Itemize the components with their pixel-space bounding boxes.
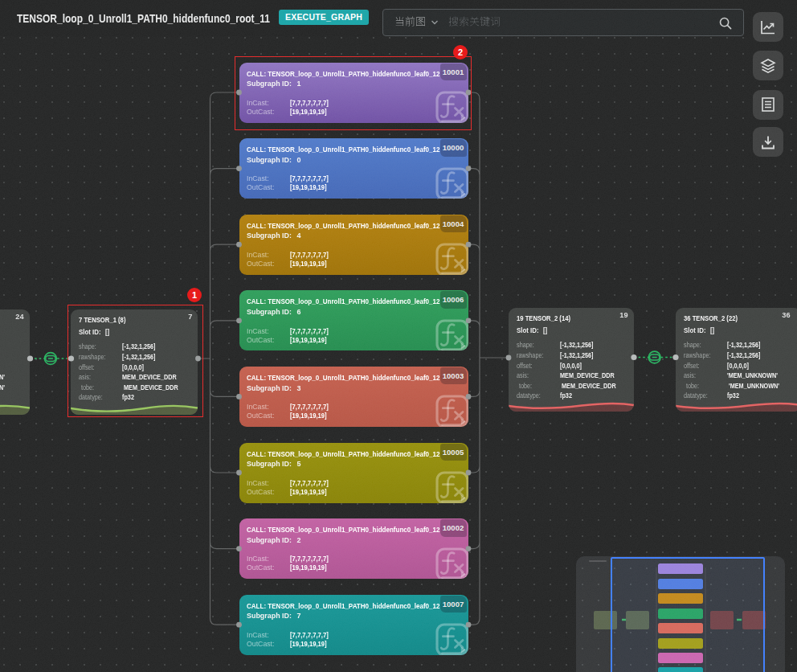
layers-icon bbox=[759, 57, 777, 75]
selection-badge-1: 1 bbox=[187, 288, 202, 302]
search-bar[interactable] bbox=[382, 9, 744, 36]
outcast-label: OutCast: bbox=[247, 640, 274, 648]
attr-value-rawshape: [-1,32,1,256] bbox=[727, 352, 761, 359]
tensor-node-24[interactable]: 24 asis: 'MEM_UNKNOWN' tobe: 'MEM_UNKNOW… bbox=[0, 309, 30, 415]
call-node-title: CALL: TENSOR_loop_0_Unroll1_PATH0_hidden… bbox=[247, 145, 440, 154]
function-icon bbox=[435, 622, 468, 655]
selection-badge-2: 2 bbox=[453, 45, 468, 59]
call-node[interactable]: CALL: TENSOR_loop_0_Unroll1_PATH0_hidden… bbox=[239, 290, 469, 350]
memory-wave-green bbox=[0, 402, 30, 415]
function-icon bbox=[435, 547, 468, 580]
call-node[interactable]: CALL: TENSOR_loop_0_Unroll1_PATH0_hidden… bbox=[239, 443, 469, 503]
call-node[interactable]: CALL: TENSOR_loop_0_Unroll1_PATH0_hidden… bbox=[239, 215, 469, 275]
slot-id-row: Slot ID:[] bbox=[517, 326, 547, 334]
attr-label-rawshape: rawshape: bbox=[517, 352, 543, 359]
outcast-label: OutCast: bbox=[247, 260, 274, 268]
node-corner-number: 24 bbox=[16, 312, 24, 321]
subgraph-id-row: Subgraph ID:3 bbox=[247, 384, 300, 392]
call-node-title: CALL: TENSOR_loop_0_Unroll1_PATH0_hidden… bbox=[247, 222, 440, 230]
graph-visualizer-app: 24 asis: 'MEM_UNKNOWN' tobe: 'MEM_UNKNOW… bbox=[0, 0, 797, 672]
attr-label-tobe: tobe: bbox=[686, 383, 699, 390]
incast-label: InCast: bbox=[247, 555, 269, 563]
download-button[interactable] bbox=[753, 127, 783, 157]
incast-label: InCast: bbox=[247, 403, 269, 411]
trend-chart-button[interactable] bbox=[753, 12, 783, 42]
call-node[interactable]: CALL: TENSOR_loop_0_Unroll1_PATH0_hidden… bbox=[239, 518, 469, 579]
attr-value-asis: 'MEM_UNKNOWN' bbox=[727, 372, 778, 379]
attr-label-shape: shape: bbox=[684, 342, 701, 349]
attr-value-tobe: 'MEM_UNKNOWN' bbox=[0, 384, 5, 391]
attr-value-asis: MEM_DEVICE_DDR bbox=[560, 372, 615, 379]
attr-value-shape: [-1,32,1,256] bbox=[727, 342, 761, 349]
search-icon[interactable] bbox=[717, 15, 734, 31]
attr-label-rawshape: rawshape: bbox=[684, 352, 710, 359]
tensor-node-19[interactable]: 19 19 TENSOR_2 (14) Slot ID:[] shape: [-… bbox=[509, 308, 634, 412]
attr-value-offset: [0,0,0,0] bbox=[727, 363, 749, 370]
node-id-badge: 10006 bbox=[440, 291, 467, 309]
call-node-title: CALL: TENSOR_loop_0_Unroll1_PATH0_hidden… bbox=[247, 297, 440, 305]
attr-label-asis: asis: bbox=[684, 372, 696, 379]
outcast-value: [19,19,19,19] bbox=[290, 488, 327, 496]
outcast-value: [19,19,19,19] bbox=[290, 183, 327, 191]
call-node-title: CALL: TENSOR_loop_0_Unroll1_PATH0_hidden… bbox=[247, 602, 440, 610]
download-icon bbox=[759, 133, 777, 151]
attr-label-asis: asis: bbox=[517, 372, 529, 379]
subgraph-id-row: Subgraph ID:6 bbox=[247, 308, 300, 316]
attr-value-rawshape: [-1,32,1,256] bbox=[560, 352, 594, 359]
execute-graph-badge: EXECUTE_GRAPH bbox=[279, 10, 369, 25]
incast-label: InCast: bbox=[247, 631, 269, 639]
graph-title: TENSOR_loop_0_Unroll1_PATH0_hiddenfunc0_… bbox=[17, 11, 270, 25]
subgraph-id-row: Subgraph ID:7 bbox=[247, 612, 300, 620]
subgraph-id-row: Subgraph ID:5 bbox=[247, 460, 300, 468]
report-document-icon bbox=[759, 96, 777, 113]
function-icon bbox=[435, 318, 468, 351]
chevron-down-icon bbox=[431, 19, 439, 26]
search-input[interactable] bbox=[448, 16, 501, 32]
tensor-node-36[interactable]: 36 36 TENSOR_2 (22) Slot ID:[] shape: [-… bbox=[676, 308, 797, 412]
node-id-badge: 10007 bbox=[440, 596, 467, 613]
incast-label: InCast: bbox=[247, 479, 269, 487]
function-icon bbox=[435, 166, 468, 199]
subgraph-id-row: Subgraph ID:0 bbox=[247, 156, 300, 164]
attr-value-asis: 'MEM_UNKNOWN' bbox=[0, 374, 5, 381]
outcast-value: [19,19,19,19] bbox=[290, 412, 327, 420]
attr-label-tobe: tobe: bbox=[519, 383, 532, 390]
call-node-title: CALL: TENSOR_loop_0_Unroll1_PATH0_hidden… bbox=[247, 374, 440, 382]
incast-value: [7,7,7,7,7,7,7] bbox=[290, 479, 329, 487]
outcast-label: OutCast: bbox=[247, 563, 274, 572]
memory-wave-red bbox=[509, 399, 634, 412]
incast-value: [7,7,7,7,7,7,7] bbox=[290, 251, 329, 259]
memory-wave-red bbox=[676, 399, 797, 412]
function-icon bbox=[435, 242, 468, 275]
subgraph-id-row: Subgraph ID:2 bbox=[247, 536, 300, 544]
outcast-label: OutCast: bbox=[247, 183, 274, 191]
incast-value: [7,7,7,7,7,7,7] bbox=[290, 631, 329, 639]
selection-box-tensor bbox=[67, 305, 203, 417]
search-scope-dropdown[interactable] bbox=[394, 16, 439, 29]
call-node[interactable]: CALL: TENSOR_loop_0_Unroll1_PATH0_hidden… bbox=[239, 367, 469, 427]
call-node[interactable]: CALL: TENSOR_loop_0_Unroll1_PATH0_hidden… bbox=[239, 138, 469, 199]
node-id-badge: 10000 bbox=[440, 139, 467, 157]
outcast-value: [19,19,19,19] bbox=[290, 563, 327, 572]
incast-value: [7,7,7,7,7,7,7] bbox=[290, 174, 329, 182]
call-node[interactable]: CALL: TENSOR_loop_0_Unroll1_PATH0_hidden… bbox=[239, 595, 469, 655]
tensor-node-title: 19 TENSOR_2 (14) bbox=[517, 314, 570, 322]
subgraph-id-row: Subgraph ID:4 bbox=[247, 232, 300, 240]
outcast-value: [19,19,19,19] bbox=[290, 260, 327, 268]
minimap[interactable] bbox=[576, 556, 785, 672]
incast-label: InCast: bbox=[247, 251, 269, 259]
node-id-badge: 10005 bbox=[440, 444, 467, 461]
minimap-viewport[interactable] bbox=[611, 557, 765, 672]
attr-label-offset: offset: bbox=[517, 363, 533, 370]
layers-button[interactable] bbox=[753, 51, 783, 80]
outcast-label: OutCast: bbox=[247, 412, 274, 420]
incast-label: InCast: bbox=[247, 327, 269, 335]
node-id-badge: 10002 bbox=[440, 519, 467, 537]
node-id-badge: 10004 bbox=[440, 215, 467, 233]
tensor-node-title: 36 TENSOR_2 (22) bbox=[684, 314, 738, 322]
outcast-label: OutCast: bbox=[247, 488, 274, 496]
outcast-value: [19,19,19,19] bbox=[290, 336, 327, 344]
report-button[interactable] bbox=[753, 90, 783, 120]
function-icon bbox=[435, 394, 468, 427]
attr-label-shape: shape: bbox=[517, 342, 534, 349]
